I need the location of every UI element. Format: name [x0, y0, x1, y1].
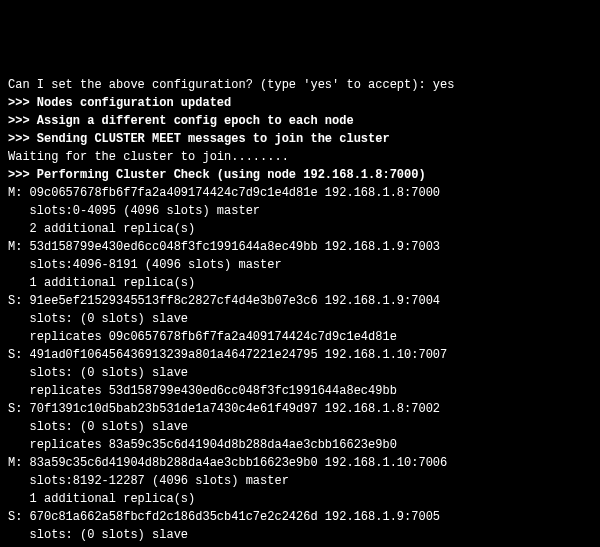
- terminal-line: S: 70f1391c10d5bab23b531de1a7430c4e61f49…: [8, 400, 592, 418]
- terminal-line: slots: (0 slots) slave: [8, 364, 592, 382]
- terminal-line: S: 491ad0f106456436913239a801a4647221e24…: [8, 346, 592, 364]
- terminal-line: >>> Performing Cluster Check (using node…: [8, 166, 592, 184]
- terminal-line: slots: (0 slots) slave: [8, 310, 592, 328]
- terminal-line: slots:8192-12287 (4096 slots) master: [8, 472, 592, 490]
- terminal-line: M: 83a59c35c6d41904d8b288da4ae3cbb16623e…: [8, 454, 592, 472]
- terminal-line: slots: (0 slots) slave: [8, 526, 592, 544]
- terminal-line: Waiting for the cluster to join........: [8, 148, 592, 166]
- terminal-output[interactable]: Can I set the above configuration? (type…: [8, 76, 592, 547]
- terminal-line: replicates 53d158799e430ed6cc048f3fc1991…: [8, 382, 592, 400]
- terminal-line: S: 670c81a662a58fbcfd2c186d35cb41c7e2c24…: [8, 508, 592, 526]
- terminal-line: slots:4096-8191 (4096 slots) master: [8, 256, 592, 274]
- terminal-line: slots:0-4095 (4096 slots) master: [8, 202, 592, 220]
- terminal-line: M: 09c0657678fb6f7fa2a409174424c7d9c1e4d…: [8, 184, 592, 202]
- terminal-line: 2 additional replica(s): [8, 220, 592, 238]
- terminal-line: 1 additional replica(s): [8, 490, 592, 508]
- terminal-line: 1 additional replica(s): [8, 274, 592, 292]
- terminal-line: >>> Assign a different config epoch to e…: [8, 112, 592, 130]
- terminal-line: slots: (0 slots) slave: [8, 418, 592, 436]
- terminal-line: >>> Sending CLUSTER MEET messages to joi…: [8, 130, 592, 148]
- terminal-line: replicates 09c0657678fb6f7fa2a409174424c…: [8, 328, 592, 346]
- terminal-line: >>> Nodes configuration updated: [8, 94, 592, 112]
- terminal-line: replicates 83a59c35c6d41904d8b288da4ae3c…: [8, 436, 592, 454]
- terminal-line: S: 91ee5ef21529345513ff8c2827cf4d4e3b07e…: [8, 292, 592, 310]
- terminal-line: M: 53d158799e430ed6cc048f3fc1991644a8ec4…: [8, 238, 592, 256]
- terminal-line: Can I set the above configuration? (type…: [8, 76, 592, 94]
